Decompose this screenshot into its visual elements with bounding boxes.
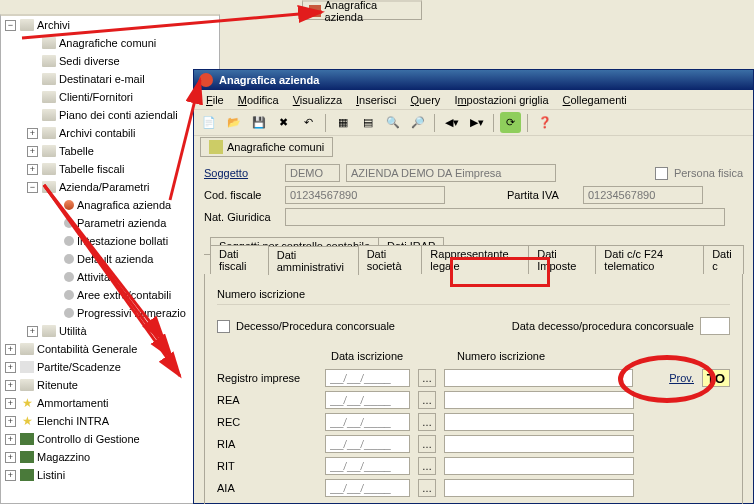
tree-item[interactable]: Parametri azienda: [1, 214, 219, 232]
date-field[interactable]: [325, 369, 410, 387]
tree-item[interactable]: Attività: [1, 268, 219, 286]
undo-button[interactable]: ↶: [298, 112, 319, 133]
filter-button[interactable]: 🔎: [407, 112, 428, 133]
piva-field[interactable]: [583, 186, 703, 204]
tree-item[interactable]: Clienti/Fornitori: [1, 88, 219, 106]
menu-collegamenti[interactable]: Collegamenti: [557, 93, 633, 107]
tree-item[interactable]: +Tabelle fiscali: [1, 160, 219, 178]
toggle-icon[interactable]: +: [27, 164, 38, 175]
tree-item[interactable]: Intestazione bollati: [1, 232, 219, 250]
tab-dati-fiscali[interactable]: Dati fiscali: [210, 245, 269, 274]
tree-root[interactable]: +★Elenchi INTRA: [1, 412, 219, 430]
menu-file[interactable]: File: [200, 93, 230, 107]
expand-icon[interactable]: +: [5, 416, 16, 427]
tree-root[interactable]: +Contabilità Generale: [1, 340, 219, 358]
expand-icon[interactable]: +: [5, 434, 16, 445]
tree-item[interactable]: Anagrafiche comuni: [1, 34, 219, 52]
menu-visualizza[interactable]: Visualizza: [287, 93, 348, 107]
titlebar[interactable]: Anagrafica azienda: [194, 70, 753, 90]
tab-dati-imposte[interactable]: Dati Imposte: [528, 245, 596, 274]
date-picker-button[interactable]: …: [418, 479, 436, 497]
open-button[interactable]: 📂: [223, 112, 244, 133]
tree-item[interactable]: Sedi diverse: [1, 52, 219, 70]
grid2-button[interactable]: ▤: [357, 112, 378, 133]
tree-item[interactable]: Aree extra/contabili: [1, 286, 219, 304]
find-button[interactable]: 🔍: [382, 112, 403, 133]
tree-item[interactable]: Anagrafica azienda: [1, 196, 219, 214]
menu-query[interactable]: Query: [404, 93, 446, 107]
nat-giuridica-field[interactable]: [285, 208, 725, 226]
toggle-icon[interactable]: +: [27, 146, 38, 157]
tree-item[interactable]: +Tabelle: [1, 142, 219, 160]
tree-root[interactable]: +Partite/Scadenze: [1, 358, 219, 376]
soggetto-name-field[interactable]: [346, 164, 556, 182]
expand-icon[interactable]: +: [5, 470, 16, 481]
tab-dati-societ-[interactable]: Dati società: [358, 245, 423, 274]
date-picker-button[interactable]: …: [418, 435, 436, 453]
cube-icon: [20, 451, 34, 463]
tab-dati-amministrativi[interactable]: Dati amministrativi: [268, 246, 359, 275]
date-field[interactable]: [325, 391, 410, 409]
expand-icon[interactable]: +: [5, 344, 16, 355]
soggetto-code-field[interactable]: [285, 164, 340, 182]
soggetto-label[interactable]: Soggetto: [204, 167, 279, 179]
date-picker-button[interactable]: …: [418, 369, 436, 387]
tree-root[interactable]: +Magazzino: [1, 448, 219, 466]
tree-item[interactable]: Progressivi numerazio: [1, 304, 219, 322]
tree-root[interactable]: +Listini: [1, 466, 219, 484]
tree-item[interactable]: Piano dei conti aziendali: [1, 106, 219, 124]
toggle-icon[interactable]: +: [27, 128, 38, 139]
toggle-icon[interactable]: −: [27, 182, 38, 193]
num-iscrizione-field[interactable]: [444, 457, 634, 475]
menu-imp-griglia[interactable]: Impostazioni griglia: [448, 93, 554, 107]
tree-item[interactable]: +Utilità: [1, 322, 219, 340]
tree-item[interactable]: Destinatari e-mail: [1, 70, 219, 88]
num-iscrizione-field[interactable]: [444, 479, 634, 497]
date-field[interactable]: [325, 413, 410, 431]
go-button[interactable]: ⟳: [500, 112, 521, 133]
persona-fisica-checkbox[interactable]: [655, 167, 668, 180]
collapse-icon[interactable]: −: [5, 20, 16, 31]
menu-modifica[interactable]: Modifica: [232, 93, 285, 107]
tab-rappresentante-legale[interactable]: Rappresentante legale: [421, 245, 529, 274]
date-field[interactable]: [325, 457, 410, 475]
next-button[interactable]: ▶▾: [466, 112, 487, 133]
tree-root-archivi[interactable]: − Archivi: [1, 16, 219, 34]
tab-dati-c[interactable]: Dati c: [703, 245, 744, 274]
prov-label[interactable]: Prov.: [669, 372, 694, 384]
date-picker-button[interactable]: …: [418, 391, 436, 409]
mdi-tab-anagrafica[interactable]: Anagrafica azienda: [302, 0, 422, 20]
tree-item[interactable]: Default azienda: [1, 250, 219, 268]
tree-root[interactable]: +Controllo di Gestione: [1, 430, 219, 448]
expand-icon[interactable]: +: [5, 362, 16, 373]
date-field[interactable]: [325, 479, 410, 497]
codfiscale-field[interactable]: [285, 186, 445, 204]
num-iscrizione-field[interactable]: [444, 435, 634, 453]
prev-button[interactable]: ◀▾: [441, 112, 462, 133]
save-button[interactable]: 💾: [248, 112, 269, 133]
num-iscrizione-field[interactable]: [444, 413, 634, 431]
expand-icon[interactable]: +: [5, 380, 16, 391]
expand-icon[interactable]: +: [5, 398, 16, 409]
tree-root[interactable]: +Ritenute: [1, 376, 219, 394]
date-picker-button[interactable]: …: [418, 457, 436, 475]
tree-item[interactable]: −Azienda/Parametri: [1, 178, 219, 196]
tree-item[interactable]: +Archivi contabili: [1, 124, 219, 142]
num-iscrizione-field[interactable]: [444, 391, 634, 409]
new-button[interactable]: 📄: [198, 112, 219, 133]
help-button[interactable]: ❓: [534, 112, 555, 133]
tree-root[interactable]: +★Ammortamenti: [1, 394, 219, 412]
date-field[interactable]: [325, 435, 410, 453]
data-decesso-field[interactable]: [700, 317, 730, 335]
expand-icon[interactable]: +: [5, 452, 16, 463]
grid-button[interactable]: ▦: [332, 112, 353, 133]
tab-dati-c-c-f-telematico[interactable]: Dati c/c F24 telematico: [595, 245, 704, 274]
prov-field[interactable]: [702, 369, 730, 387]
date-picker-button[interactable]: …: [418, 413, 436, 431]
num-iscrizione-field[interactable]: [444, 369, 633, 387]
toggle-icon[interactable]: +: [27, 326, 38, 337]
subtab-anagrafiche[interactable]: Anagrafiche comuni: [200, 137, 333, 157]
decesso-checkbox[interactable]: [217, 320, 230, 333]
menu-inserisci[interactable]: Inserisci: [350, 93, 402, 107]
delete-button[interactable]: ✖: [273, 112, 294, 133]
